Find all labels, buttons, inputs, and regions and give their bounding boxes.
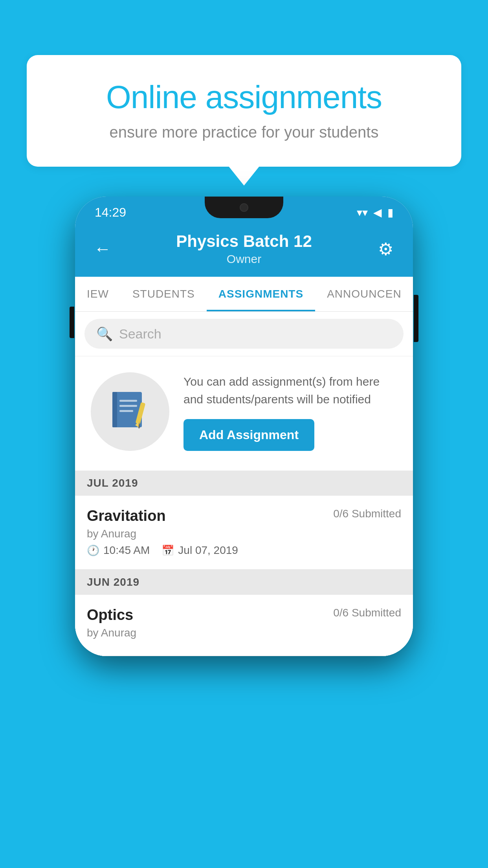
promo-card: You can add assignment(s) from here and …	[75, 357, 413, 471]
settings-button[interactable]: ⚙	[374, 239, 397, 259]
search-bar-wrapper: 🔍 Search	[75, 312, 413, 356]
tab-iew[interactable]: IEW	[75, 277, 121, 311]
notebook-icon	[108, 390, 152, 433]
wifi-icon: ▾▾	[357, 206, 368, 219]
assignment-optics-by: by Anurag	[87, 627, 401, 639]
speech-bubble-container: Online assignments ensure more practice …	[27, 55, 461, 167]
battery-icon: ▮	[387, 206, 393, 219]
phone-screen: 14:29 ▾▾ ◀ ▮ ← Physics Batch 12 Owner ⚙	[75, 197, 413, 656]
assignment-name: Gravitation	[87, 508, 166, 524]
search-bar[interactable]: 🔍 Search	[84, 319, 404, 349]
speech-bubble: Online assignments ensure more practice …	[27, 55, 461, 167]
assignment-by: by Anurag	[87, 528, 401, 540]
search-placeholder: Search	[119, 326, 161, 342]
section-jun-2019: JUN 2019	[75, 570, 413, 595]
status-icons: ▾▾ ◀ ▮	[357, 206, 393, 219]
header-title: Physics Batch 12	[114, 232, 374, 251]
assignment-meta: 🕐 10:45 AM 📅 Jul 07, 2019	[87, 544, 401, 557]
phone-outer: 14:29 ▾▾ ◀ ▮ ← Physics Batch 12 Owner ⚙	[75, 197, 413, 656]
signal-icon: ◀	[373, 206, 382, 219]
assignment-optics-submitted: 0/6 Submitted	[333, 607, 401, 619]
clock-icon: 🕐	[87, 544, 99, 557]
svg-rect-4	[119, 410, 133, 412]
phone-notch	[205, 197, 283, 218]
status-time: 14:29	[95, 205, 126, 220]
promo-right: You can add assignment(s) from here and …	[183, 373, 397, 451]
app-header: ← Physics Batch 12 Owner ⚙	[75, 224, 413, 277]
assignment-time: 🕐 10:45 AM	[87, 544, 150, 557]
assignment-item-optics[interactable]: Optics 0/6 Submitted by Anurag	[75, 595, 413, 656]
assignment-optics-top-row: Optics 0/6 Submitted	[87, 607, 401, 623]
tab-students[interactable]: STUDENTS	[121, 277, 207, 311]
phone-mockup: 14:29 ▾▾ ◀ ▮ ← Physics Batch 12 Owner ⚙	[75, 197, 413, 656]
assignment-top-row: Gravitation 0/6 Submitted	[87, 508, 401, 524]
svg-rect-3	[119, 405, 137, 407]
search-icon: 🔍	[96, 326, 113, 342]
header-subtitle: Owner	[114, 252, 374, 266]
notch-camera	[240, 203, 248, 212]
tabs-bar: IEW STUDENTS ASSIGNMENTS ANNOUNCEN	[75, 277, 413, 312]
tab-announcements[interactable]: ANNOUNCEN	[315, 277, 413, 311]
assignment-item-gravitation[interactable]: Gravitation 0/6 Submitted by Anurag 🕐 10…	[75, 496, 413, 570]
svg-rect-2	[119, 400, 137, 402]
time-value: 10:45 AM	[103, 544, 150, 557]
header-center: Physics Batch 12 Owner	[114, 232, 374, 266]
back-button[interactable]: ←	[91, 239, 114, 259]
add-assignment-button[interactable]: Add Assignment	[183, 419, 314, 451]
promo-icon-circle	[91, 372, 169, 451]
tab-assignments[interactable]: ASSIGNMENTS	[207, 277, 315, 311]
assignment-submitted: 0/6 Submitted	[333, 508, 401, 520]
speech-bubble-subtitle: ensure more practice for your students	[54, 123, 434, 141]
date-value: Jul 07, 2019	[178, 544, 238, 557]
speech-bubble-title: Online assignments	[54, 79, 434, 116]
svg-rect-1	[112, 392, 117, 427]
calendar-icon: 📅	[161, 544, 174, 557]
promo-text: You can add assignment(s) from here and …	[183, 373, 397, 408]
assignment-date: 📅 Jul 07, 2019	[161, 544, 238, 557]
section-jul-2019: JUL 2019	[75, 471, 413, 496]
content-area: 🔍 Search	[75, 312, 413, 656]
assignment-optics-name: Optics	[87, 607, 133, 623]
